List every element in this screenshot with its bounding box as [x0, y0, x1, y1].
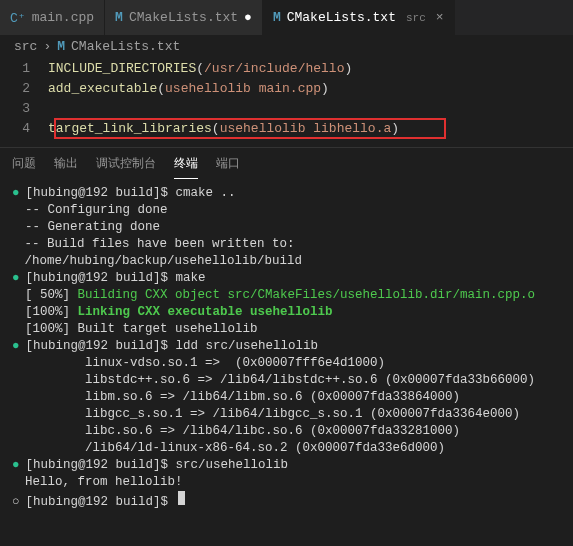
line-number: 3: [0, 99, 48, 119]
code-content: INCLUDE_DIRECTORIES(/usr/include/hello): [48, 59, 352, 79]
terminal-line: ●[hubing@192 build]$ cmake ..: [12, 185, 561, 202]
tab-path-suffix: src: [406, 12, 426, 24]
terminal-line: [ 50%] Building CXX object src/CMakeFile…: [12, 287, 561, 304]
panel-tab[interactable]: 端口: [216, 149, 240, 178]
terminal-panel[interactable]: ●[hubing@192 build]$ cmake ..-- Configur…: [0, 179, 573, 517]
terminal-line: Hello, from hellolib!: [12, 474, 561, 491]
tab-label: CMakeLists.txt: [129, 10, 238, 25]
terminal-line: -- Configuring done: [12, 202, 561, 219]
editor-line[interactable]: 1INCLUDE_DIRECTORIES(/usr/include/hello): [0, 59, 573, 79]
highlight-box: [54, 118, 446, 139]
editor-line[interactable]: 2add_executable(usehellolib main.cpp): [0, 79, 573, 99]
close-icon[interactable]: ×: [436, 10, 444, 25]
terminal-line: ○[hubing@192 build]$: [12, 491, 561, 511]
panel-tab[interactable]: 问题: [12, 149, 36, 178]
terminal-line: ●[hubing@192 build]$ ldd src/usehellolib: [12, 338, 561, 355]
prompt-bullet-icon: ●: [12, 185, 20, 202]
terminal-line: libc.so.6 => /lib64/libc.so.6 (0x00007fd…: [12, 423, 561, 440]
dirty-indicator-icon: ●: [244, 10, 252, 25]
prompt-bullet-icon: ●: [12, 338, 20, 355]
line-number: 4: [0, 119, 48, 139]
cmake-icon: M: [57, 39, 65, 54]
tab-cmakelists-root[interactable]: M CMakeLists.txt ●: [105, 0, 263, 35]
editor-area[interactable]: 1INCLUDE_DIRECTORIES(/usr/include/hello)…: [0, 57, 573, 147]
prompt-bullet-icon: ●: [12, 270, 20, 287]
cmake-icon: M: [115, 10, 123, 25]
cmake-icon: M: [273, 10, 281, 25]
cursor-icon: [178, 491, 185, 505]
prompt-bullet-icon: ○: [12, 494, 20, 511]
terminal-line: linux-vdso.so.1 => (0x00007fff6e4d1000): [12, 355, 561, 372]
cpp-icon: C⁺: [10, 10, 26, 26]
terminal-line: -- Generating done: [12, 219, 561, 236]
terminal-line: ●[hubing@192 build]$ make: [12, 270, 561, 287]
panel-tab[interactable]: 输出: [54, 149, 78, 178]
tab-main-cpp[interactable]: C⁺ main.cpp: [0, 0, 105, 35]
terminal-line: libstdc++.so.6 => /lib64/libstdc++.so.6 …: [12, 372, 561, 389]
panel-tab[interactable]: 调试控制台: [96, 149, 156, 178]
tab-cmakelists-src[interactable]: M CMakeLists.txt src ×: [263, 0, 455, 35]
terminal-line: -- Build files have been written to: /ho…: [12, 236, 561, 270]
terminal-line: /lib64/ld-linux-x86-64.so.2 (0x00007fda3…: [12, 440, 561, 457]
terminal-line: ●[hubing@192 build]$ src/usehellolib: [12, 457, 561, 474]
code-content: add_executable(usehellolib main.cpp): [48, 79, 329, 99]
editor-line[interactable]: 3: [0, 99, 573, 119]
breadcrumb-folder: src: [14, 39, 37, 54]
tab-label: main.cpp: [32, 10, 94, 25]
chevron-right-icon: ›: [43, 39, 51, 54]
editor-tab-bar: C⁺ main.cpp M CMakeLists.txt ● M CMakeLi…: [0, 0, 573, 35]
terminal-line: [100%] Linking CXX executable usehelloli…: [12, 304, 561, 321]
terminal-line: libgcc_s.so.1 => /lib64/libgcc_s.so.1 (0…: [12, 406, 561, 423]
breadcrumb-file: CMakeLists.txt: [71, 39, 180, 54]
line-number: 1: [0, 59, 48, 79]
tab-label: CMakeLists.txt: [287, 10, 396, 25]
panel-tab-bar: 问题输出调试控制台终端端口: [0, 147, 573, 179]
terminal-line: [100%] Built target usehellolib: [12, 321, 561, 338]
panel-tab[interactable]: 终端: [174, 149, 198, 179]
breadcrumb[interactable]: src › M CMakeLists.txt: [0, 35, 573, 57]
prompt-bullet-icon: ●: [12, 457, 20, 474]
terminal-line: libm.so.6 => /lib64/libm.so.6 (0x00007fd…: [12, 389, 561, 406]
line-number: 2: [0, 79, 48, 99]
